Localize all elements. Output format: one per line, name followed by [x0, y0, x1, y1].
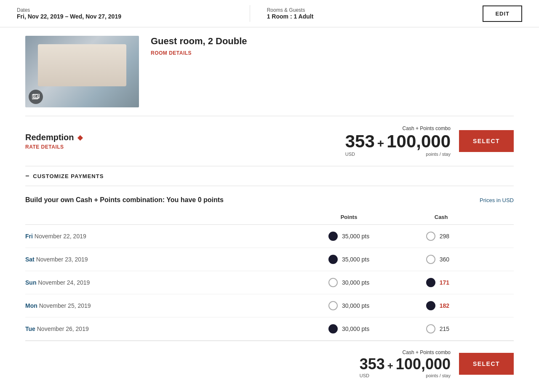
customize-toggle-button[interactable]: − CUSTOMIZE PAYMENTS [25, 172, 104, 180]
edit-button[interactable]: EDIT [483, 5, 522, 22]
date-text-4: November 26, 2019 [35, 325, 89, 332]
day-abbr-3: Mon [25, 302, 37, 309]
cash-radio-3[interactable] [426, 301, 435, 310]
cell-date-4: Tue November 26, 2019 [25, 317, 272, 341]
cell-points-1[interactable]: 35,000 pts [272, 248, 426, 271]
svg-point-2 [35, 96, 36, 97]
date-text-3: November 25, 2019 [37, 302, 91, 309]
build-title: Build your own Cash + Points combination… [25, 196, 224, 204]
price-cash: 353 [345, 131, 375, 152]
cell-cash-4[interactable]: 215 [426, 317, 514, 341]
table-row: Fri November 22, 201935,000 pts298 [25, 225, 514, 248]
cash-value-0: 298 [440, 233, 449, 240]
bottom-select-bar: Cash + Points combo 353 + 100,000 USD po… [25, 341, 514, 382]
points-value-4: 30,000 pts [342, 325, 369, 332]
cell-points-2[interactable]: 30,000 pts [272, 271, 426, 294]
prices-usd-label: Prices in USD [480, 197, 514, 203]
cell-cash-2[interactable]: 171 [426, 271, 514, 294]
table-row: Sun November 24, 201930,000 pts171 [25, 271, 514, 294]
bottom-price-plus: + [387, 360, 393, 372]
redemption-title: Redemption ◆ [25, 133, 345, 142]
redemption-section: Redemption ◆ RATE DETAILS Cash + Points … [25, 116, 514, 166]
cash-value-2: 171 [440, 279, 449, 286]
room-image-inner [25, 36, 139, 107]
header-dates: Dates Fri, Nov 22, 2019 – Wed, Nov 27, 2… [17, 7, 233, 20]
cell-cash-0[interactable]: 298 [426, 225, 514, 248]
table-body: Fri November 22, 201935,000 pts298Sat No… [25, 225, 514, 341]
redemption-select-button[interactable]: SELECT [459, 130, 514, 152]
bottom-combo-label: Cash + Points combo [360, 349, 451, 355]
table-row: Mon November 25, 201930,000 pts182 [25, 294, 514, 317]
combo-table: Points Cash Fri November 22, 201935,000 … [25, 211, 514, 341]
points-radio-3[interactable] [328, 301, 338, 310]
dates-value: Fri, Nov 22, 2019 – Wed, Nov 27, 2019 [17, 13, 233, 20]
header-bar: Dates Fri, Nov 22, 2019 – Wed, Nov 27, 2… [0, 0, 539, 27]
points-value-2: 30,000 pts [342, 279, 369, 286]
price-row: 353 + 100,000 [345, 131, 451, 152]
cash-radio-4[interactable] [426, 324, 435, 333]
cash-radio-2[interactable] [426, 278, 435, 287]
header-rooms: Rooms & Guests 1 Room : 1 Adult [267, 7, 483, 20]
date-text-1: November 23, 2019 [35, 256, 88, 263]
combo-label: Cash + Points combo [345, 125, 451, 131]
diamond-icon: ◆ [77, 133, 83, 141]
bottom-price-cash: 353 [360, 355, 385, 373]
customize-toggle-label: CUSTOMIZE PAYMENTS [33, 173, 104, 179]
room-details-link[interactable]: ROOM DETAILS [151, 50, 192, 56]
cell-points-4[interactable]: 30,000 pts [272, 317, 426, 341]
cash-radio-0[interactable] [426, 232, 435, 241]
bottom-price-combo: Cash + Points combo 353 + 100,000 USD po… [360, 349, 451, 378]
toggle-minus-icon: − [25, 172, 29, 180]
dates-label: Dates [17, 7, 233, 13]
image-gallery-icon [29, 90, 43, 104]
main-content: Guest room, 2 Double ROOM DETAILS Redemp… [8, 27, 531, 392]
room-image [25, 36, 139, 107]
redemption-right: Cash + Points combo 353 + 100,000 USD po… [345, 125, 514, 157]
cash-value-1: 360 [440, 256, 449, 263]
header-divider [250, 5, 250, 22]
points-radio-4[interactable] [328, 324, 338, 333]
rooms-label: Rooms & Guests [267, 7, 483, 13]
col-date [25, 211, 272, 225]
room-info: Guest room, 2 Double ROOM DETAILS [139, 36, 247, 56]
room-title: Guest room, 2 Double [151, 36, 247, 47]
cash-radio-1[interactable] [426, 255, 435, 264]
points-radio-2[interactable] [328, 278, 338, 287]
customize-section: − CUSTOMIZE PAYMENTS [25, 166, 514, 186]
points-radio-1[interactable] [328, 255, 338, 264]
col-cash-header: Cash [426, 211, 514, 225]
rooms-value: 1 Room : 1 Adult [267, 13, 483, 20]
day-abbr-1: Sat [25, 256, 35, 263]
bottom-price-points-unit: points / stay [426, 373, 451, 378]
cash-value-4: 215 [440, 325, 449, 332]
bottom-select-button[interactable]: SELECT [459, 353, 514, 375]
bottom-price-points: 100,000 [396, 355, 451, 373]
cell-date-2: Sun November 24, 2019 [25, 271, 272, 294]
cell-cash-1[interactable]: 360 [426, 248, 514, 271]
bottom-price-row: 353 + 100,000 [360, 355, 451, 373]
date-text-2: November 24, 2019 [36, 279, 90, 286]
day-abbr-4: Tue [25, 325, 35, 332]
points-radio-0[interactable] [328, 232, 338, 241]
table-header: Points Cash [25, 211, 514, 225]
bottom-price-cash-unit: USD [360, 373, 369, 378]
price-points: 100,000 [387, 131, 451, 152]
price-combo: Cash + Points combo 353 + 100,000 USD po… [345, 125, 451, 157]
col-points-header: Points [272, 211, 426, 225]
rate-details-link[interactable]: RATE DETAILS [25, 144, 345, 150]
cash-value-3: 182 [440, 302, 449, 309]
cell-date-3: Mon November 25, 2019 [25, 294, 272, 317]
room-card: Guest room, 2 Double ROOM DETAILS [25, 27, 514, 116]
build-section: Build your own Cash + Points combination… [25, 186, 514, 392]
cell-points-0[interactable]: 35,000 pts [272, 225, 426, 248]
cell-points-3[interactable]: 30,000 pts [272, 294, 426, 317]
points-value-0: 35,000 pts [342, 233, 369, 240]
price-cash-unit: USD [345, 152, 355, 157]
cell-cash-3[interactable]: 182 [426, 294, 514, 317]
points-value-3: 30,000 pts [342, 302, 369, 309]
redemption-title-text: Redemption [25, 133, 74, 142]
bottom-price-sub: USD points / stay [360, 373, 451, 378]
cell-date-1: Sat November 23, 2019 [25, 248, 272, 271]
table-row: Tue November 26, 201930,000 pts215 [25, 317, 514, 341]
day-abbr-0: Fri [25, 233, 33, 240]
